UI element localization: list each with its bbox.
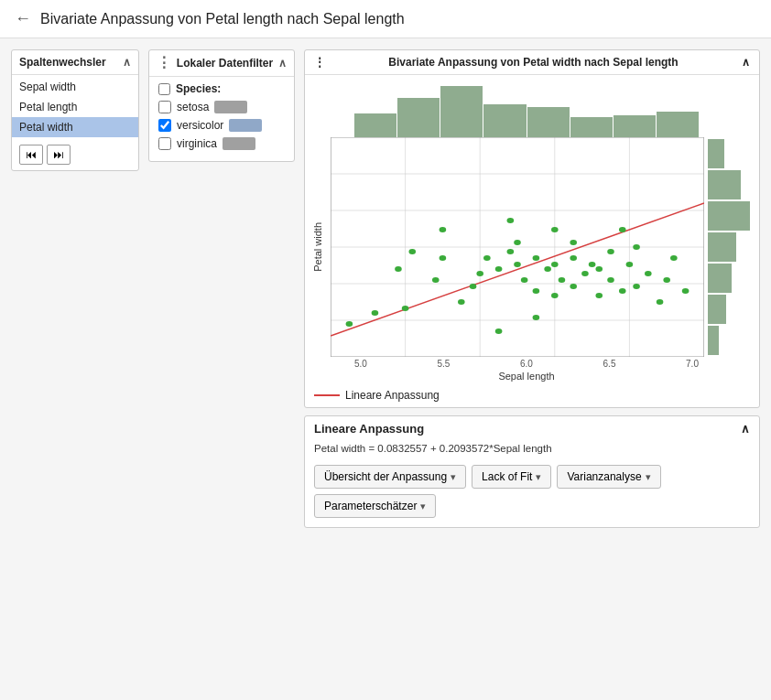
x-tick-2: 5.5 [438,359,451,369]
column-switcher-chevron-icon[interactable]: ∧ [123,56,131,69]
svg-point-34 [551,293,559,298]
species-checkbox[interactable] [158,83,170,95]
lack-of-fit-chevron-icon: ▾ [536,471,541,483]
top-hist-bar [354,113,396,137]
top-hist-bar [657,112,699,137]
nav-first-button[interactable]: ⏮ [19,145,43,165]
left-panel: Spaltenwechsler ∧ Sepal width Petal leng… [11,49,139,684]
nav-next-button[interactable]: ⏭ [47,145,71,165]
x-axis-title: Sepal length [354,371,699,382]
parameter-estimator-button[interactable]: Parameterschätzer ▾ [314,494,436,518]
scatter-wrapper: Petal width [312,137,752,357]
virginica-label: virginica [177,137,217,150]
svg-point-16 [346,321,353,327]
filter-setosa: setosa [158,101,285,113]
chart-legend: Lineare Anpassung [305,385,759,407]
svg-point-45 [619,288,626,294]
svg-point-23 [470,284,477,289]
nav-buttons: ⏮ ⏭ [12,139,138,170]
svg-point-25 [483,255,491,261]
svg-point-22 [458,299,465,305]
svg-point-21 [440,255,447,261]
linear-fit-title: Lineare Anpassung [314,422,424,436]
fit-overview-label: Übersicht der Anpassung [324,470,447,483]
filter-header-label: Lokaler Datenfilter [177,57,273,70]
virginica-checkbox[interactable] [158,137,171,150]
lack-of-fit-label: Lack of Fit [482,470,532,483]
legend-line-icon [314,394,340,396]
filter-card: ⋮ Lokaler Datenfilter ∧ Species: setosa … [148,49,295,162]
x-tick-5: 7.0 [686,359,699,369]
bivariate-card: ⋮ Bivariate Anpassung von Petal width na… [304,49,760,408]
variance-analysis-button[interactable]: Varianzanalyse ▾ [557,465,660,489]
svg-point-30 [521,277,528,283]
svg-point-29 [514,240,521,245]
fit-overview-button[interactable]: Übersicht der Anpassung ▾ [314,465,466,489]
svg-point-37 [570,284,577,289]
svg-point-24 [476,271,483,276]
column-switcher-card: Spaltenwechsler ∧ Sepal width Petal leng… [11,49,139,171]
svg-point-61 [633,244,640,250]
virginica-color-bar [223,137,255,150]
x-tick-3: 6.0 [520,359,533,369]
filter-chevron-icon[interactable]: ∧ [278,57,287,70]
svg-point-48 [645,271,652,276]
top-hist-bar [614,115,656,137]
bivariate-chevron-icon[interactable]: ∧ [742,56,750,69]
filter-header: ⋮ Lokaler Datenfilter ∧ [149,50,294,77]
main-content: Spaltenwechsler ∧ Sepal width Petal leng… [0,38,771,695]
svg-point-40 [589,262,596,267]
svg-point-28 [514,262,521,267]
column-item-sepal-width[interactable]: Sepal width [12,77,138,97]
svg-point-51 [670,255,678,261]
linear-fit-card: Lineare Anpassung ∧ Petal width = 0.0832… [304,415,760,528]
setosa-checkbox[interactable] [158,101,171,113]
linear-fit-header: Lineare Anpassung ∧ [305,416,759,441]
header-bar: ← Bivariate Anpassung von Petal length n… [0,0,771,38]
column-item-petal-width[interactable]: Petal width [12,117,138,137]
svg-point-33 [544,266,551,272]
svg-point-42 [595,266,603,272]
svg-point-50 [663,277,670,283]
page-title: Bivariate Anpassung von Petal length nac… [40,11,405,27]
lack-of-fit-button[interactable]: Lack of Fit ▾ [472,465,551,489]
versicolor-checkbox[interactable] [158,119,171,132]
svg-point-36 [559,277,566,283]
svg-point-53 [440,227,447,232]
svg-point-60 [570,240,577,245]
svg-point-17 [372,310,379,316]
top-hist-bar [483,104,526,137]
column-switcher-header: Spaltenwechsler ∧ [12,50,138,75]
svg-point-44 [607,249,614,254]
filter-dots-icon[interactable]: ⋮ [157,56,171,70]
y-axis-label: Petal width [312,222,329,272]
svg-point-54 [507,218,515,223]
svg-point-26 [495,266,503,272]
scatter-area: 1.0 1.2 1.4 1.6 1.8 [331,137,704,357]
svg-point-59 [619,227,626,232]
svg-point-56 [402,306,409,311]
svg-point-18 [395,266,402,272]
right-panel: ⋮ Bivariate Anpassung von Petal width na… [304,49,760,684]
svg-point-38 [570,255,577,261]
right-hist-bar [708,201,750,231]
column-item-petal-length[interactable]: Petal length [12,97,138,117]
svg-point-58 [495,328,503,334]
fit-overview-chevron-icon: ▾ [451,471,456,483]
versicolor-color-bar [229,119,262,132]
legend-label: Lineare Anpassung [345,389,440,402]
column-switcher-label: Spaltenwechsler [19,56,106,69]
filter-virginica: virginica [158,137,285,150]
back-icon[interactable]: ← [15,9,31,28]
top-hist-bar [397,98,440,137]
svg-point-35 [551,262,559,267]
bivariate-title: Bivariate Anpassung von Petal width nach… [388,56,678,69]
variance-analysis-chevron-icon: ▾ [646,471,651,483]
right-hist-bar [708,326,719,355]
linear-fit-equation: Petal width = 0.0832557 + 0.2093572*Sepa… [305,441,759,461]
x-tick-4: 6.5 [603,359,616,369]
parameter-estimator-chevron-icon: ▾ [420,501,426,512]
linear-fit-chevron-icon[interactable]: ∧ [741,422,750,436]
svg-point-43 [607,277,614,283]
bivariate-dots-icon[interactable]: ⋮ [314,56,325,69]
